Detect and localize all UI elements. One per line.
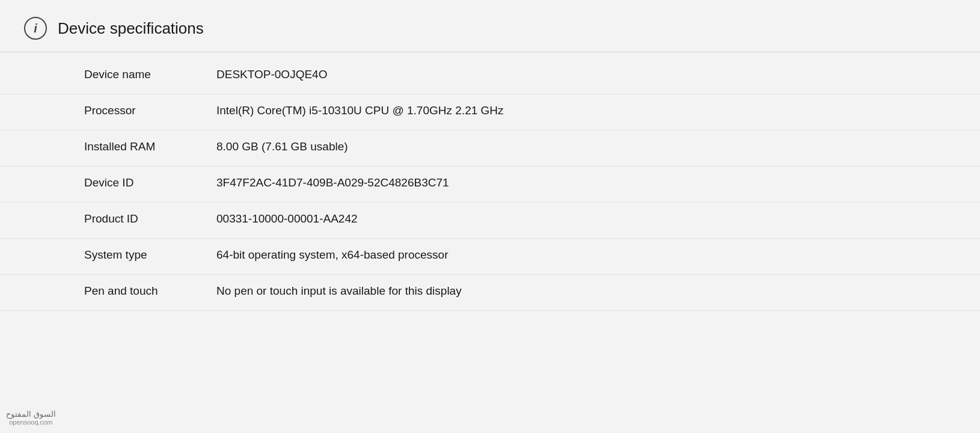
spec-label: Processor <box>84 103 216 117</box>
spec-row: System type64-bit operating system, x64-… <box>0 239 980 275</box>
spec-label: System type <box>84 247 216 262</box>
spec-label: Installed RAM <box>84 139 216 153</box>
spec-label: Product ID <box>84 211 216 226</box>
spec-value: 64-bit operating system, x64-based proce… <box>216 247 956 262</box>
watermark: السوق المفتوح opensooq.com <box>6 410 56 426</box>
page-container: i Device specifications Device nameDESKT… <box>0 0 980 433</box>
spec-value: No pen or touch input is available for t… <box>216 283 956 298</box>
spec-value: 00331-10000-00001-AA242 <box>216 211 956 226</box>
watermark-english: opensooq.com <box>9 419 52 426</box>
spec-row: Installed RAM8.00 GB (7.61 GB usable) <box>0 131 980 167</box>
spec-row: Device nameDESKTOP-0OJQE4O <box>0 58 980 94</box>
spec-row: ProcessorIntel(R) Core(TM) i5-10310U CPU… <box>0 94 980 131</box>
spec-row: Pen and touchNo pen or touch input is av… <box>0 275 980 311</box>
spec-label: Pen and touch <box>84 283 216 298</box>
specs-table: Device nameDESKTOP-0OJQE4OProcessorIntel… <box>0 52 980 311</box>
spec-label: Device ID <box>84 175 216 189</box>
spec-row: Device ID3F47F2AC-41D7-409B-A029-52C4826… <box>0 167 980 203</box>
spec-value: 8.00 GB (7.61 GB usable) <box>216 139 956 153</box>
header-section: i Device specifications <box>0 0 980 52</box>
watermark-arabic: السوق المفتوح <box>6 410 56 419</box>
spec-label: Device name <box>84 67 216 81</box>
info-icon: i <box>24 17 47 40</box>
spec-row: Product ID00331-10000-00001-AA242 <box>0 203 980 239</box>
spec-value: Intel(R) Core(TM) i5-10310U CPU @ 1.70GH… <box>216 103 956 117</box>
info-icon-letter: i <box>34 22 37 34</box>
spec-value: DESKTOP-0OJQE4O <box>216 67 956 81</box>
spec-value: 3F47F2AC-41D7-409B-A029-52C4826B3C71 <box>216 175 956 189</box>
section-title: Device specifications <box>58 19 204 38</box>
